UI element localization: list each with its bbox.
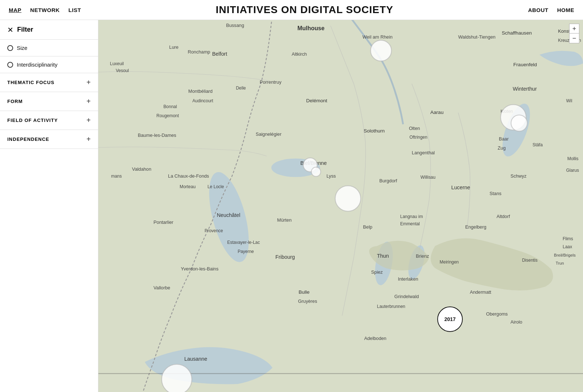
svg-text:Baume-les-Dames: Baume-les-Dames	[138, 132, 176, 138]
svg-text:Thun: Thun	[377, 253, 389, 259]
svg-text:Schwyz: Schwyz	[510, 173, 527, 179]
interdisciplinarity-radio-icon	[7, 62, 13, 68]
nav-list[interactable]: LIST	[69, 7, 81, 13]
svg-text:Le Locle: Le Locle	[207, 184, 224, 189]
svg-text:Oftringen: Oftringen	[410, 135, 427, 140]
svg-text:Saignelégier: Saignelégier	[256, 131, 282, 137]
zoom-out-button[interactable]: −	[570, 33, 579, 43]
svg-text:Glarus: Glarus	[566, 168, 579, 173]
nav-home[interactable]: HOME	[557, 7, 574, 13]
nav-about[interactable]: ABOUT	[528, 7, 548, 13]
nav-map[interactable]: MAP	[9, 7, 21, 13]
field-of-activity-label: FIELD OF ACTIVITY	[7, 118, 58, 123]
svg-text:Mulhouse: Mulhouse	[297, 25, 324, 31]
svg-text:Flims: Flims	[563, 236, 573, 241]
map-container[interactable]: Épinal Kaysersberg Colmar Emmendingen Tr…	[98, 20, 583, 392]
svg-point-120	[511, 115, 527, 131]
form-label: FORM	[7, 99, 23, 104]
svg-text:Morteau: Morteau	[180, 184, 196, 189]
svg-text:Meiringen: Meiringen	[440, 260, 459, 265]
main-nav: MAP NETWORK LIST	[9, 7, 81, 13]
svg-text:Weil am Rhein: Weil am Rhein	[363, 34, 393, 40]
svg-text:Lausanne: Lausanne	[184, 356, 207, 362]
filter-independence[interactable]: INDEPENDENCE +	[0, 130, 98, 149]
svg-text:Airolo: Airolo	[510, 319, 523, 325]
svg-text:Solothurn: Solothurn	[364, 128, 385, 134]
svg-text:Waldshut-Tiengen: Waldshut-Tiengen	[458, 34, 496, 40]
independence-label: INDEPENDENCE	[7, 136, 49, 142]
zoom-in-button[interactable]: +	[570, 24, 579, 33]
page-title: INITIATIVES ON DIGITAL SOCIETY	[216, 4, 393, 16]
svg-text:Mollis: Mollis	[567, 156, 579, 161]
svg-text:Lyss: Lyss	[326, 173, 336, 179]
svg-text:Andermatt: Andermatt	[470, 289, 491, 295]
svg-text:Mürten: Mürten	[277, 217, 292, 223]
year-badge: 2017	[437, 306, 463, 332]
svg-text:Grindelwald: Grindelwald	[394, 294, 419, 299]
nav-network[interactable]: NETWORK	[30, 7, 60, 13]
svg-text:Emmental: Emmental	[400, 221, 420, 226]
interdisciplinarity-label: Interdisciplinarity	[17, 62, 58, 68]
svg-text:Stäfa: Stäfa	[532, 142, 543, 147]
svg-text:Lucerne: Lucerne	[451, 185, 470, 190]
svg-text:Disentis: Disentis	[522, 258, 537, 263]
svg-text:Altdorf: Altdorf	[497, 214, 510, 219]
svg-text:Montbéliard: Montbéliard	[188, 88, 213, 94]
svg-text:Yverdon-les-Bains: Yverdon-les-Bains	[181, 266, 218, 272]
svg-point-122	[312, 167, 321, 176]
svg-text:Payerne: Payerne	[238, 249, 254, 254]
svg-point-118	[371, 40, 391, 61]
map-svg: Épinal Kaysersberg Colmar Emmendingen Tr…	[98, 20, 583, 392]
close-filter-icon[interactable]: ✕	[7, 26, 13, 33]
svg-text:Burgdorf: Burgdorf	[379, 178, 397, 183]
svg-text:Bussang: Bussang	[226, 23, 244, 28]
thematic-focus-plus-icon: +	[86, 78, 91, 87]
svg-text:Zug: Zug	[498, 145, 506, 151]
svg-text:Langnau im: Langnau im	[400, 214, 423, 219]
svg-text:Lauterbrunnen: Lauterbrunnen	[377, 304, 406, 309]
svg-text:Estavayer-le-Lac: Estavayer-le-Lac	[227, 240, 260, 245]
svg-text:Wil: Wil	[566, 98, 572, 103]
svg-text:Belp: Belp	[363, 224, 372, 230]
svg-text:Stans: Stans	[490, 191, 502, 196]
size-label: Size	[17, 45, 27, 51]
sidebar: ✕ Filter Size Interdisciplinarity THEMAT…	[0, 20, 98, 392]
svg-text:Laax: Laax	[563, 244, 572, 249]
form-plus-icon: +	[86, 97, 91, 106]
filter-size[interactable]: Size	[0, 40, 98, 56]
svg-text:Baar: Baar	[499, 136, 509, 142]
header: MAP NETWORK LIST INITIATIVES ON DIGITAL …	[0, 0, 583, 20]
svg-text:Bonnal: Bonnal	[163, 104, 177, 109]
filter-thematic-focus[interactable]: THEMATIC FOCUS +	[0, 73, 98, 92]
svg-text:Vallorbe: Vallorbe	[153, 285, 170, 290]
svg-text:Trun: Trun	[556, 261, 564, 265]
svg-text:Obergoms: Obergoms	[486, 311, 508, 317]
svg-text:Brienz: Brienz	[416, 253, 429, 259]
svg-text:Ronchamp: Ronchamp	[188, 49, 210, 55]
header-right-nav: ABOUT HOME	[528, 7, 574, 13]
filter-field-of-activity[interactable]: FIELD OF ACTIVITY +	[0, 111, 98, 130]
svg-text:Delémont: Delémont	[306, 98, 327, 103]
svg-text:La Chaux-de-Fonds: La Chaux-de-Fonds	[168, 173, 209, 179]
filter-header: ✕ Filter	[0, 20, 98, 40]
filter-label: Filter	[17, 26, 33, 33]
map-controls: + −	[569, 24, 579, 43]
svg-text:Vesoul: Vesoul	[116, 68, 129, 73]
thematic-focus-label: THEMATIC FOCUS	[7, 80, 54, 85]
svg-text:Altkirch: Altkirch	[292, 51, 307, 57]
svg-text:Aarau: Aarau	[430, 110, 443, 115]
svg-text:Valdahon: Valdahon	[132, 166, 151, 172]
svg-text:Olten: Olten	[409, 126, 420, 131]
svg-text:Provence: Provence	[204, 228, 223, 233]
svg-text:Neuchâtel: Neuchâtel	[217, 212, 240, 218]
svg-text:Winterthur: Winterthur	[513, 86, 537, 92]
filter-form[interactable]: FORM +	[0, 92, 98, 111]
svg-text:Lure: Lure	[169, 44, 179, 50]
filter-interdisciplinarity[interactable]: Interdisciplinarity	[0, 56, 98, 73]
svg-text:Gruyères: Gruyères	[298, 298, 317, 304]
svg-text:Belfort: Belfort	[212, 51, 227, 57]
svg-text:Rougemont: Rougemont	[156, 113, 179, 118]
svg-point-123	[335, 186, 361, 211]
svg-point-124	[162, 364, 192, 392]
svg-text:Spiez: Spiez	[371, 269, 383, 275]
